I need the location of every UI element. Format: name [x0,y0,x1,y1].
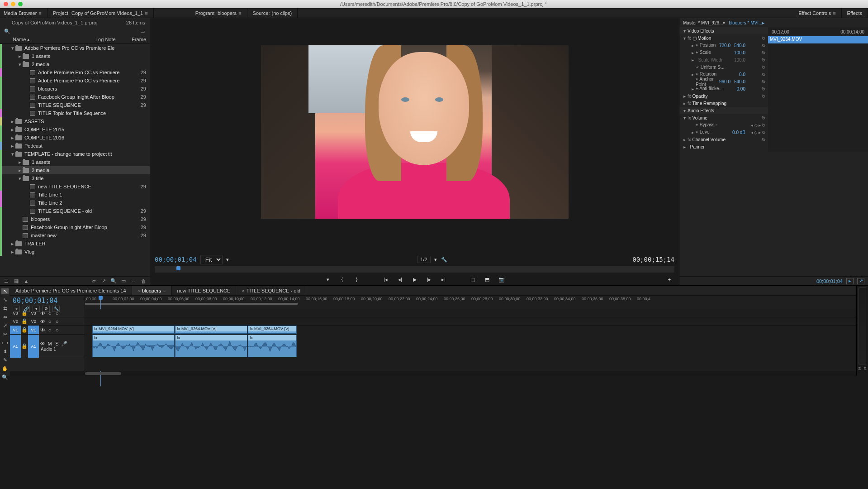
item-row[interactable]: Facebook Group Inight After Bloop29 [0,223,150,231]
twirl-icon[interactable]: ▾ [10,45,15,51]
slip-tool-icon[interactable]: ⟷ [1,340,9,346]
reset-icon[interactable]: ↻ [762,65,765,70]
tab-program[interactable]: Program: bloopers ≡ [190,8,247,18]
tab-project[interactable]: Project: Copy of GoProMom Videos_1_1 ≡ [47,8,154,18]
item-row[interactable]: TITLE Topic for Title Sequence [0,109,150,117]
bin-row[interactable]: ▸1 assets [0,52,150,60]
audio-clip[interactable]: fx [92,335,175,357]
slide-tool-icon[interactable]: ⬍ [1,349,9,355]
item-row[interactable]: Adobe Premiere Pro CC vs Premiere29 [0,68,150,77]
twirl-icon[interactable]: ▸ [10,135,15,141]
lock-icon[interactable]: 🔒 [21,343,28,349]
bin-row[interactable]: ▸TRAILER [0,240,150,248]
lift-icon[interactable]: ⬚ [469,275,477,283]
ec-timecode[interactable]: 00;00;01;04 [816,278,843,284]
item-row[interactable]: Title Line 2 [0,199,150,207]
wrench-icon[interactable]: 🔧 [441,256,448,263]
ec-sequence-clip[interactable]: bloopers * MVI... [729,20,762,25]
bin-row[interactable]: ▸Vlog [0,248,150,256]
video-clip[interactable]: fxMVI_9264.MOV [V] [175,326,247,334]
ec-master-clip[interactable]: Master * MVI_926... [683,20,723,25]
minimize-window-icon[interactable] [11,2,15,6]
tab-effect-controls[interactable]: Effect Controls ≡ [793,8,841,18]
sequence-tab[interactable]: × TITLE SEQUENCE - old [236,286,306,295]
close-tab-icon[interactable]: × [242,288,244,293]
sequence-tab[interactable]: × bloopers ≡ [132,286,172,295]
add-marker-icon[interactable]: ▾ [324,275,332,283]
ec-property-row[interactable]: ▸⌖ Scale100.0↻ [679,49,768,56]
reset-icon[interactable]: ↻ [762,130,765,135]
find-icon[interactable]: 🔍 [110,278,117,285]
reset-icon[interactable]: ↻ [762,94,765,99]
razor-tool-icon[interactable]: ✂ [1,331,9,337]
zoom-select[interactable]: Fit [200,255,223,264]
timeline-scrollbar[interactable] [10,371,856,376]
ec-property-row[interactable]: ⌖ Anchor Point960.0540.0↻ [679,78,768,85]
ec-property-row[interactable]: ▸⌖ Level0.0 dB◂◇▸↻ [679,129,768,136]
program-video[interactable] [261,45,569,219]
twirl-icon[interactable]: ▸ [10,119,15,125]
bin-row[interactable]: ▸2 media [0,166,150,174]
ec-property-row[interactable]: ▸ Scale Width100.0↻ [679,56,768,63]
program-in-timecode[interactable]: 00;00;01;04 [155,256,197,263]
ec-property-row[interactable]: ▸⌖ Rotation0.0↻ [679,71,768,78]
mark-out-icon[interactable]: } [353,275,361,283]
twirl-icon[interactable]: ▸ [10,241,15,247]
close-window-icon[interactable] [4,2,8,6]
ec-property-row[interactable]: ▾Video Effects [679,27,768,34]
reset-icon[interactable]: ↻ [762,36,765,41]
step-back-icon[interactable]: ◂| [396,275,404,283]
work-area-bar[interactable] [85,303,298,305]
tab-effects[interactable]: Effects [842,8,868,18]
lock-icon[interactable]: 🔒 [21,327,28,333]
go-to-out-icon[interactable]: ▸| [440,275,448,283]
extract-icon[interactable]: ⬒ [483,275,491,283]
twirl-icon[interactable]: ▸ [17,53,23,59]
twirl-icon[interactable]: ▸ [10,249,15,255]
button-editor-icon[interactable]: + [665,275,674,283]
ec-property-row[interactable]: ▸fx Opacity↻ [679,92,768,100]
track-header-v1[interactable]: V1🔒 V1👁○○ [10,326,85,335]
audio-clip[interactable]: fx [248,335,297,357]
eye-icon[interactable]: 👁 [39,319,46,324]
twirl-icon[interactable]: ▸ [10,143,15,149]
chevron-down-icon[interactable]: ▾ [723,20,725,25]
list-view-icon[interactable]: ☰ [3,278,10,285]
item-row[interactable]: bloopers29 [0,85,150,93]
bin-row[interactable]: ▾2 media [0,60,150,68]
sequence-tab[interactable]: new TITLE SEQUENCE [172,286,237,295]
res-chevron-icon[interactable]: ▾ [434,257,437,263]
twirl-icon[interactable]: ▸ [10,127,15,133]
tab-source[interactable]: Source: (no clips) [247,8,298,18]
step-fwd-icon[interactable]: |▸ [425,275,433,283]
bin-row[interactable]: ▸COMPLETE 2015 [0,125,150,134]
timeline-ruler[interactable]: ;00;0000;00;02;0000;00;04;0000;00;06;000… [85,296,856,309]
ec-property-row[interactable]: ▸fx Time Remapping [679,100,768,107]
icon-view-icon[interactable]: ▦ [13,278,20,285]
zoom-tool-icon[interactable]: 🔍 [1,374,9,380]
item-row[interactable]: TITLE SEQUENCE29 [0,101,150,109]
twirl-icon[interactable]: ▸ [17,168,23,173]
video-clip[interactable]: fxMVI_9264.MOV [V] [248,326,297,334]
item-row[interactable]: new TITLE SEQUENCE29 [0,182,150,191]
ec-property-row[interactable]: ▸fx Channel Volume↻ [679,136,768,143]
ec-property-row[interactable]: ▾fx ▢ Motion↻ [679,34,768,42]
audio-clip[interactable]: fx [175,335,247,357]
ec-property-row[interactable]: ⌖ Bypass ▫◂◇▸↻ [679,121,768,129]
item-row[interactable]: master new29 [0,231,150,240]
chevron-right-icon[interactable]: ▸ [762,20,764,25]
bin-row[interactable]: ▸ASSETS [0,117,150,125]
new-bin-btn-icon[interactable]: ▭ [120,278,127,285]
eye-icon[interactable]: 👁 [39,327,46,333]
go-to-in-icon[interactable]: |◂ [382,275,390,283]
item-row[interactable]: Adobe Premiere Pro CC vs Premiere29 [0,77,150,85]
reset-icon[interactable]: ↻ [762,50,765,55]
item-row[interactable]: TITLE SEQUENCE - old29 [0,207,150,215]
program-ruler[interactable] [155,266,674,273]
twirl-icon[interactable]: ▾ [17,176,23,182]
ec-property-row[interactable]: ▾Audio Effects [679,107,768,114]
reset-icon[interactable]: ↻ [762,115,765,120]
ec-property-row[interactable]: ▸⌖ Anti-flicke...0.00↻ [679,85,768,92]
ec-property-row[interactable]: ▸⌖ Position720.0540.0↻ [679,42,768,49]
rate-stretch-tool-icon[interactable]: ⤢ [1,323,9,329]
